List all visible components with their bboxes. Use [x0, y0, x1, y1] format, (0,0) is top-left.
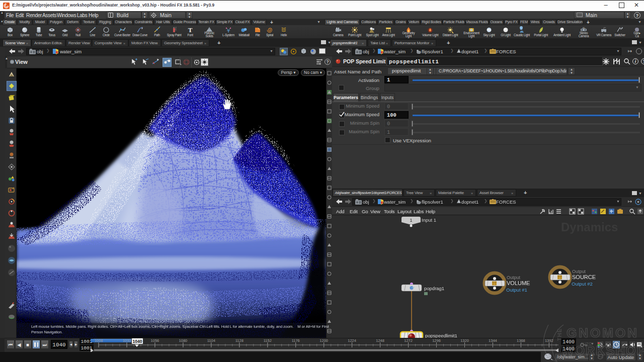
svg-text:1368: 1368: [517, 338, 525, 343]
svg-text:Output #2: Output #2: [572, 281, 593, 287]
svg-text:Output: Output: [507, 275, 521, 280]
svg-text:1104: 1104: [207, 338, 215, 343]
svg-text:1152: 1152: [264, 338, 272, 343]
svg-text:3D: 3D: [582, 27, 585, 29]
svg-text:popdrag1: popdrag1: [424, 286, 444, 291]
svg-text:Output #1: Output #1: [506, 287, 527, 293]
svg-text:1080: 1080: [179, 338, 188, 343]
svg-text:1032: 1032: [123, 338, 131, 343]
svg-text:1296: 1296: [432, 338, 441, 343]
svg-text:1224: 1224: [348, 338, 356, 343]
svg-text:popspeedlimit1: popspeedlimit1: [425, 333, 457, 338]
svg-text:Output: Output: [572, 269, 586, 274]
svg-text:1344: 1344: [489, 338, 497, 343]
svg-text:1200: 1200: [319, 338, 328, 343]
svg-text:1320: 1320: [460, 338, 469, 343]
svg-text:1128: 1128: [235, 338, 244, 343]
svg-text:1248: 1248: [376, 338, 384, 343]
svg-text:VOLUME: VOLUME: [507, 280, 530, 286]
svg-text:1008: 1008: [95, 338, 103, 343]
svg-text:Input 1: Input 1: [422, 217, 436, 223]
svg-text:1: 1: [410, 218, 412, 223]
svg-text:Dynamics: Dynamics: [561, 220, 618, 234]
svg-text:1392: 1392: [545, 338, 553, 343]
svg-text:1056: 1056: [151, 338, 159, 343]
svg-text:1176: 1176: [292, 338, 300, 343]
svg-text:SOURCE: SOURCE: [572, 274, 596, 280]
svg-text:T: T: [188, 26, 193, 34]
svg-text:1272: 1272: [404, 338, 413, 343]
